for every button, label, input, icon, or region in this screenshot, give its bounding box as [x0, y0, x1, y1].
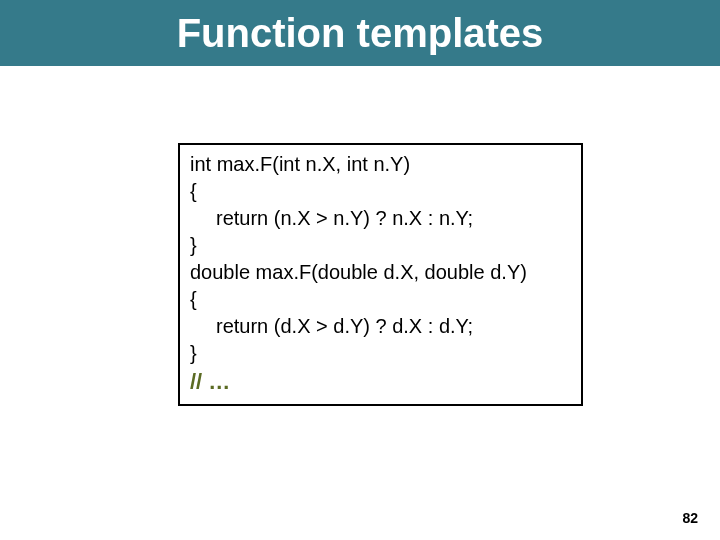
- code-comment: // …: [190, 367, 571, 398]
- code-line: return (d.X > d.Y) ? d.X : d.Y;: [190, 313, 571, 340]
- slide-title: Function templates: [177, 11, 544, 56]
- code-line: return (n.X > n.Y) ? n.X : n.Y;: [190, 205, 571, 232]
- title-bar: Function templates: [0, 0, 720, 66]
- code-line: }: [190, 232, 571, 259]
- code-line: {: [190, 178, 571, 205]
- page-number: 82: [682, 510, 698, 526]
- code-line: double max.F(double d.X, double d.Y): [190, 259, 571, 286]
- code-line: {: [190, 286, 571, 313]
- code-line: }: [190, 340, 571, 367]
- code-line: int max.F(int n.X, int n.Y): [190, 151, 571, 178]
- code-box: int max.F(int n.X, int n.Y) { return (n.…: [178, 143, 583, 406]
